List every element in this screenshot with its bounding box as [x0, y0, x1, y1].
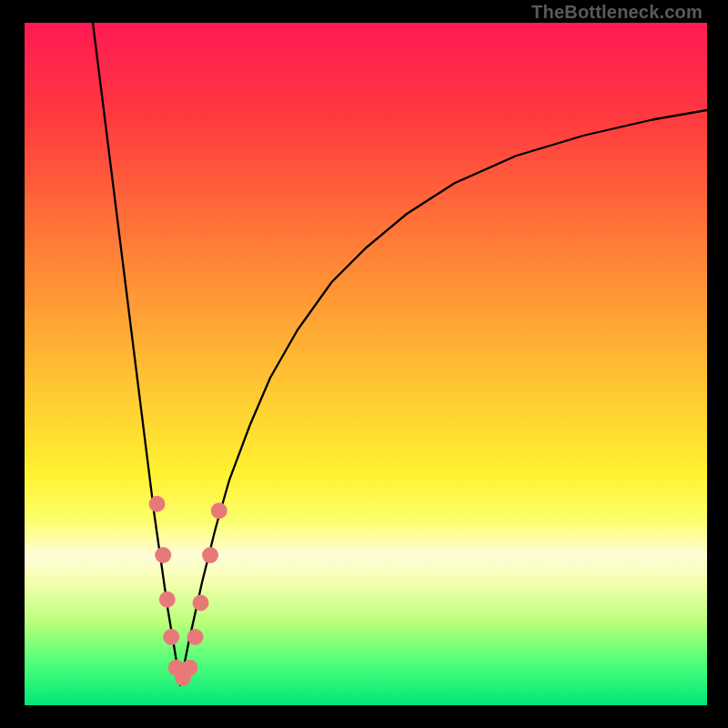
- data-series: [93, 23, 707, 685]
- chart-plot: [25, 23, 707, 705]
- data-markers: [148, 496, 227, 686]
- curve-right-branch: [180, 110, 707, 685]
- marker-dot: [159, 592, 176, 608]
- marker-dot: [187, 629, 204, 645]
- marker-dot: [163, 629, 179, 645]
- curve-left-branch: [93, 23, 180, 685]
- marker-dot: [192, 595, 208, 612]
- chart-svg: [25, 23, 707, 705]
- watermark-label: TheBottleneck.com: [531, 2, 703, 23]
- marker-dot: [182, 660, 198, 676]
- marker-dot: [202, 547, 218, 563]
- marker-dot: [211, 502, 228, 519]
- marker-dot: [148, 496, 165, 512]
- chart-stage: TheBottleneck.com: [0, 0, 728, 728]
- marker-dot: [155, 547, 171, 563]
